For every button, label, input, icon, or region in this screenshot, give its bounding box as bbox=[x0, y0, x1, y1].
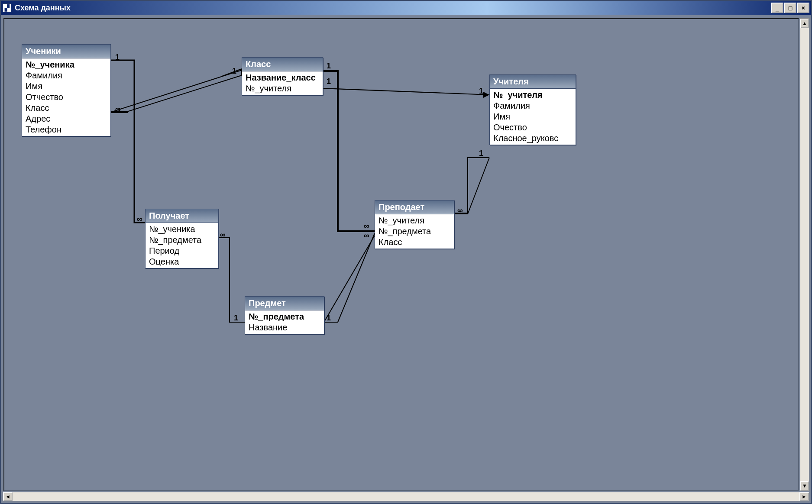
table-fields: №_ученика №_предмета Период Оценка bbox=[146, 223, 218, 268]
svg-line-3 bbox=[468, 158, 489, 214]
svg-line-2 bbox=[324, 236, 375, 322]
table-field[interactable]: Имя bbox=[490, 111, 576, 122]
table-field[interactable]: Отчество bbox=[22, 92, 110, 103]
scroll-left-button[interactable]: ◄ bbox=[3, 492, 13, 501]
table-field[interactable]: №_предмета bbox=[146, 235, 218, 246]
cardinality-label: 1 bbox=[327, 313, 331, 323]
table-field[interactable]: №_учителя bbox=[375, 215, 454, 226]
cardinality-label: ∞ bbox=[457, 206, 463, 215]
cardinality-label: 1 bbox=[479, 87, 483, 96]
scroll-track[interactable] bbox=[13, 492, 799, 501]
svg-marker-1 bbox=[483, 92, 489, 98]
table-fields: Название_класс №_учителя bbox=[242, 71, 323, 95]
table-poluchaet[interactable]: Получает №_ученика №_предмета Период Оце… bbox=[145, 209, 219, 268]
cardinality-label: ∞ bbox=[220, 230, 226, 239]
table-field[interactable]: Класс bbox=[375, 237, 454, 248]
close-button[interactable]: × bbox=[797, 3, 809, 13]
table-field[interactable]: Класс bbox=[22, 103, 110, 113]
cardinality-label: 1 bbox=[115, 53, 120, 62]
table-header[interactable]: Ученики bbox=[22, 45, 110, 58]
scroll-right-button[interactable]: ► bbox=[799, 492, 809, 501]
cardinality-label: 1 bbox=[479, 149, 483, 158]
table-field[interactable]: Фамилия bbox=[490, 100, 576, 111]
scroll-up-button[interactable]: ▲ bbox=[800, 19, 809, 28]
svg-line-0 bbox=[111, 70, 242, 112]
table-fields: №_учителя Фамилия Имя Очество Класное_ру… bbox=[490, 89, 576, 145]
relationships-window: ▞ Схема данных _ □ × bbox=[0, 0, 812, 504]
table-fields: №_предмета Название bbox=[245, 310, 324, 334]
table-fields: №_ученика Фамилия Имя Отчество Класс Адр… bbox=[22, 58, 110, 136]
vertical-scrollbar[interactable]: ▲ ▼ bbox=[800, 18, 809, 491]
table-predmet[interactable]: Предмет №_предмета Название bbox=[245, 296, 324, 334]
window-title: Схема данных bbox=[15, 3, 770, 13]
table-field[interactable]: Имя bbox=[22, 81, 110, 92]
table-prepodaet[interactable]: Преподает №_учителя №_предмета Класс bbox=[375, 200, 454, 249]
table-header[interactable]: Класс bbox=[242, 58, 323, 71]
cardinality-label: ∞ bbox=[364, 231, 369, 240]
cardinality-label: 1 bbox=[327, 61, 331, 71]
table-field[interactable]: Оценка bbox=[146, 256, 218, 267]
cardinality-label: ∞ bbox=[115, 105, 121, 114]
table-field[interactable]: Телефон bbox=[22, 124, 110, 135]
scroll-track[interactable] bbox=[800, 28, 809, 481]
table-header[interactable]: Получает bbox=[146, 209, 218, 223]
table-field[interactable]: Класное_руковс bbox=[490, 133, 576, 144]
table-field[interactable]: №_учителя bbox=[490, 90, 576, 100]
table-field[interactable]: №_ученика bbox=[146, 224, 218, 235]
scroll-down-button[interactable]: ▼ bbox=[800, 481, 809, 491]
table-field[interactable]: Название bbox=[245, 322, 324, 333]
table-field[interactable]: Адрес bbox=[22, 113, 110, 124]
table-ucheniki[interactable]: Ученики №_ученика Фамилия Имя Отчество К… bbox=[22, 44, 111, 136]
cardinality-label: 1 bbox=[234, 313, 238, 323]
diagram-canvas[interactable]: 1 ∞ ∞ 1 1 1 1 ∞ ∞ 1 ∞ 1 1 ∞ Ученики №_уч… bbox=[3, 18, 799, 491]
table-uchitelya[interactable]: Учителя №_учителя Фамилия Имя Очество Кл… bbox=[489, 74, 576, 145]
table-field[interactable]: №_предмета bbox=[245, 311, 324, 322]
table-header[interactable]: Преподает bbox=[375, 200, 454, 214]
table-klass[interactable]: Класс Название_класс №_учителя bbox=[242, 57, 323, 95]
table-field[interactable]: Фамилия bbox=[22, 70, 110, 81]
cardinality-label: 1 bbox=[327, 77, 331, 86]
table-field[interactable]: Период bbox=[146, 246, 218, 256]
table-header[interactable]: Учителя bbox=[490, 75, 576, 89]
table-field[interactable]: Название_класс bbox=[242, 72, 323, 83]
cardinality-label: ∞ bbox=[364, 222, 369, 231]
table-fields: №_учителя №_предмета Класс bbox=[375, 214, 454, 249]
table-field[interactable]: №_предмета bbox=[375, 226, 454, 237]
maximize-button[interactable]: □ bbox=[784, 3, 796, 13]
app-icon: ▞ bbox=[3, 3, 11, 12]
table-field[interactable]: Очество bbox=[490, 122, 576, 133]
titlebar[interactable]: ▞ Схема данных _ □ × bbox=[1, 1, 811, 15]
table-field[interactable]: №_ученика bbox=[22, 59, 110, 70]
table-field[interactable]: №_учителя bbox=[242, 83, 323, 94]
minimize-button[interactable]: _ bbox=[771, 3, 783, 13]
table-header[interactable]: Предмет bbox=[245, 297, 324, 310]
horizontal-scrollbar[interactable]: ◄ ► bbox=[3, 492, 809, 501]
relationship-lines bbox=[4, 19, 798, 490]
cardinality-label: 1 bbox=[232, 67, 236, 76]
cardinality-label: ∞ bbox=[137, 215, 142, 224]
